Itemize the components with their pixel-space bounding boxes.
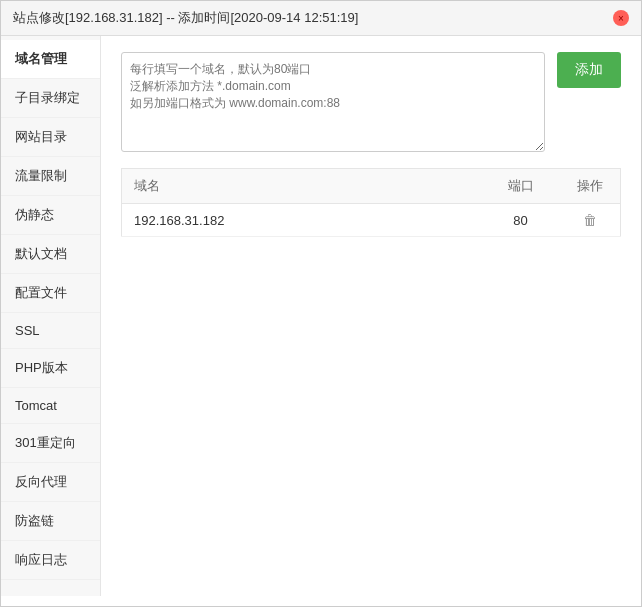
action-cell: 🗑 bbox=[561, 204, 621, 237]
domain-input-section: 添加 bbox=[121, 52, 621, 152]
table-header-row: 域名 端口 操作 bbox=[122, 169, 621, 204]
close-button[interactable]: × bbox=[613, 10, 629, 26]
sidebar-item-tomcat[interactable]: Tomcat bbox=[1, 388, 100, 424]
sidebar-item-hotlink[interactable]: 防盗链 bbox=[1, 502, 100, 541]
sidebar-item-config-file[interactable]: 配置文件 bbox=[1, 274, 100, 313]
sidebar-item-php[interactable]: PHP版本 bbox=[1, 349, 100, 388]
domain-table: 域名 端口 操作 192.168.31.182 80 🗑 bbox=[121, 168, 621, 237]
sidebar-item-access-log[interactable]: 响应日志 bbox=[1, 541, 100, 580]
sidebar-item-traffic[interactable]: 流量限制 bbox=[1, 157, 100, 196]
add-domain-button[interactable]: 添加 bbox=[557, 52, 621, 88]
main-window: 站点修改[192.168.31.182] -- 添加时间[2020-09-14 … bbox=[0, 0, 642, 607]
port-cell: 80 bbox=[481, 204, 561, 237]
sidebar-item-domain[interactable]: 域名管理 bbox=[1, 40, 100, 79]
sidebar-item-subdir[interactable]: 子目录绑定 bbox=[1, 79, 100, 118]
sidebar-item-ssl[interactable]: SSL bbox=[1, 313, 100, 349]
col-header-action: 操作 bbox=[561, 169, 621, 204]
col-header-port: 端口 bbox=[481, 169, 561, 204]
sidebar: 域名管理 子目录绑定 网站目录 流量限制 伪静态 默认文档 配置文件 SSL bbox=[1, 36, 101, 596]
sidebar-item-website-dir[interactable]: 网站目录 bbox=[1, 118, 100, 157]
domain-textarea[interactable] bbox=[121, 52, 545, 152]
domain-cell: 192.168.31.182 bbox=[122, 204, 481, 237]
delete-icon[interactable]: 🗑 bbox=[583, 212, 597, 228]
sidebar-item-301[interactable]: 301重定向 bbox=[1, 424, 100, 463]
sidebar-item-pseudo-static[interactable]: 伪静态 bbox=[1, 196, 100, 235]
title-bar: 站点修改[192.168.31.182] -- 添加时间[2020-09-14 … bbox=[1, 1, 641, 36]
table-row: 192.168.31.182 80 🗑 bbox=[122, 204, 621, 237]
window-title: 站点修改[192.168.31.182] -- 添加时间[2020-09-14 … bbox=[13, 9, 358, 27]
col-header-domain: 域名 bbox=[122, 169, 481, 204]
main-layout: 域名管理 子目录绑定 网站目录 流量限制 伪静态 默认文档 配置文件 SSL bbox=[1, 36, 641, 596]
sidebar-item-reverse-proxy[interactable]: 反向代理 bbox=[1, 463, 100, 502]
content-area: 添加 域名 端口 操作 192.168.31.182 80 � bbox=[101, 36, 641, 596]
sidebar-item-default-doc[interactable]: 默认文档 bbox=[1, 235, 100, 274]
